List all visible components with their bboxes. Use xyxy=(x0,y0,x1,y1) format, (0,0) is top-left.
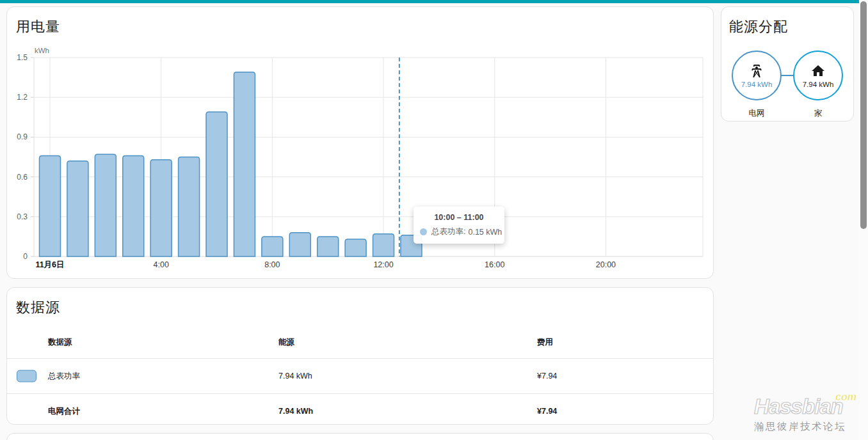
tooltip-series-row: 总表功率: 0.15 kWh xyxy=(420,226,504,237)
x-tick-label-12: 12:00 xyxy=(373,260,393,269)
source-cost: ¥7.94 xyxy=(537,372,557,381)
x-tick-label-8: 8:00 xyxy=(264,260,280,269)
source-cost: ¥7.94 xyxy=(537,407,557,416)
watermark-subtitle: 瀚思彼岸技术论坛 xyxy=(754,420,859,434)
home-icon xyxy=(810,63,826,79)
bar-12h[interactable] xyxy=(373,234,394,256)
y-tick-label-1.5: 1.5 xyxy=(17,53,28,62)
bar-1h[interactable] xyxy=(67,161,88,256)
tooltip-series-label: 总表功率: xyxy=(431,226,465,237)
bar-3h[interactable] xyxy=(123,155,144,256)
y-tick-label-1.2: 1.2 xyxy=(17,93,28,102)
bar-4h[interactable] xyxy=(150,160,172,256)
bar-11h[interactable] xyxy=(345,239,366,256)
column-header-cost: 费用 xyxy=(537,337,553,348)
sources-card: 数据源 数据源 能源 费用 总表功率 7.94 kWh ¥7.94 电网合计 7… xyxy=(6,287,714,425)
home-node-label: 家 xyxy=(793,108,843,119)
chart-tooltip: 10:00 – 11:00 总表功率: 0.15 kWh xyxy=(414,207,504,244)
tooltip-value: 0.15 kWh xyxy=(468,228,502,237)
sources-table: 数据源 能源 费用 总表功率 7.94 kWh ¥7.94 电网合计 7.94 … xyxy=(7,326,713,428)
next-card-partial xyxy=(6,433,714,440)
grid-node-label: 电网 xyxy=(732,108,782,119)
x-tick-label-4: 4:00 xyxy=(154,260,169,269)
home-energy-value: 7.94 kWh xyxy=(803,81,834,88)
column-header-source: 数据源 xyxy=(48,337,72,348)
bar-9h[interactable] xyxy=(289,233,310,256)
y-tick-label-0: 0 xyxy=(23,252,28,261)
x-tick-label-16: 16:00 xyxy=(485,260,504,269)
grid-node-circle: 7.94 kWh xyxy=(732,51,782,100)
bar-10h[interactable] xyxy=(317,237,339,256)
page-scrollbar-track[interactable] xyxy=(859,0,868,440)
source-name: 总表功率 xyxy=(48,371,80,382)
bar-8h[interactable] xyxy=(262,237,283,256)
bar-7h[interactable] xyxy=(234,72,255,256)
usage-bar-chart[interactable]: 00.30.60.91.21.511月6日4:008:0012:0016:002… xyxy=(7,7,713,278)
watermark-brand: Hassbian xyxy=(754,395,859,418)
x-tick-label-0: 11月6日 xyxy=(35,260,64,269)
series-swatch xyxy=(17,370,36,382)
y-tick-label-0.3: 0.3 xyxy=(17,212,28,221)
x-tick-label-20: 20:00 xyxy=(596,260,616,269)
page-scrollbar-thumb[interactable] xyxy=(860,1,867,229)
source-name: 电网合计 xyxy=(48,406,80,417)
top-accent-bar xyxy=(0,0,859,3)
bar-0h[interactable] xyxy=(40,155,61,256)
source-energy: 7.94 kWh xyxy=(278,372,312,381)
grid-to-home-flow-line xyxy=(782,75,793,76)
sources-card-title: 数据源 xyxy=(16,298,60,317)
bar-2h[interactable] xyxy=(95,154,116,256)
series-color-dot xyxy=(420,228,427,235)
bar-5h[interactable] xyxy=(179,157,200,257)
table-row-total-meter: 总表功率 7.94 kWh ¥7.94 xyxy=(7,358,713,393)
bar-6h[interactable] xyxy=(206,112,227,256)
home-node-circle: 7.94 kWh xyxy=(793,51,843,100)
usage-card: 用电量 00.30.60.91.21.511月6日4:008:0012:0016… xyxy=(6,6,714,279)
transmission-tower-icon xyxy=(749,63,764,79)
source-energy: 7.94 kWh xyxy=(278,407,313,416)
y-axis-unit-label: kWh xyxy=(35,47,49,54)
column-header-energy: 能源 xyxy=(278,337,294,348)
hassbian-watermark: com Hassbian 瀚思彼岸技术论坛 xyxy=(754,395,859,434)
grid-energy-value: 7.94 kWh xyxy=(741,81,773,88)
y-tick-label-0.9: 0.9 xyxy=(17,132,28,141)
energy-distribution-card: 能源分配 7.94 kWh 7.94 kWh 电网 家 xyxy=(721,6,854,122)
watermark-tld: com xyxy=(835,391,856,403)
table-row-grid-total: 电网合计 7.94 kWh ¥7.94 xyxy=(7,393,713,428)
sources-header-row: 数据源 能源 费用 xyxy=(7,326,713,358)
tooltip-time-range: 10:00 – 11:00 xyxy=(414,213,504,222)
y-tick-label-0.6: 0.6 xyxy=(17,173,28,182)
distribution-card-title: 能源分配 xyxy=(729,17,788,36)
